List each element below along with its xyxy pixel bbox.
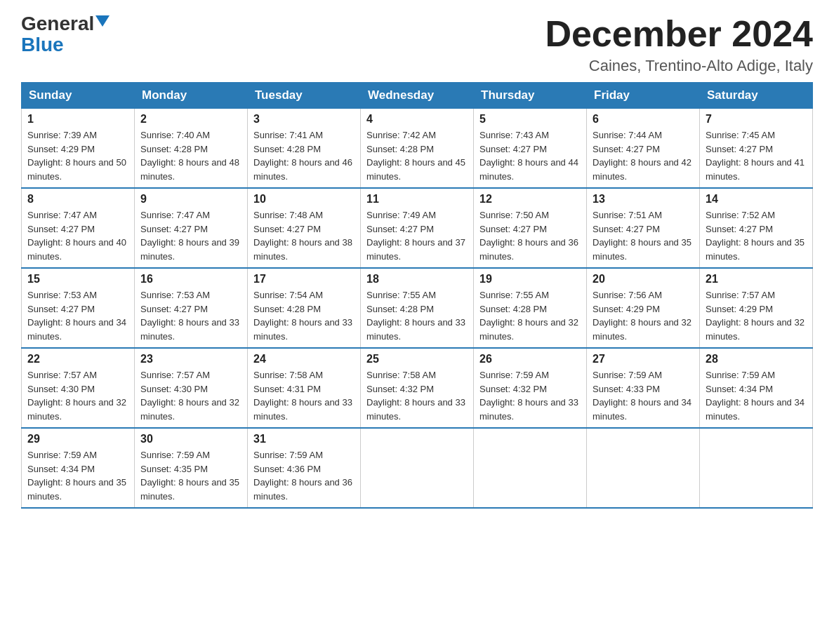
day-info: Sunrise: 7:56 AMSunset: 4:29 PMDaylight:… [593, 288, 694, 343]
day-info: Sunrise: 7:59 AMSunset: 4:34 PMDaylight:… [27, 448, 128, 503]
day-number: 18 [366, 273, 468, 286]
month-title: December 2024 [545, 14, 813, 54]
table-row: 31Sunrise: 7:59 AMSunset: 4:36 PMDayligh… [248, 428, 361, 508]
day-number: 27 [593, 353, 694, 365]
day-number: 19 [479, 273, 581, 286]
day-info: Sunrise: 7:57 AMSunset: 4:30 PMDaylight:… [27, 368, 128, 423]
day-number: 6 [593, 113, 694, 126]
day-number: 26 [479, 353, 581, 365]
logo-blue-text: Blue [21, 34, 64, 55]
table-row: 20Sunrise: 7:56 AMSunset: 4:29 PMDayligh… [587, 268, 700, 348]
day-info: Sunrise: 7:44 AMSunset: 4:27 PMDaylight:… [593, 128, 694, 183]
table-row: 9Sunrise: 7:47 AMSunset: 4:27 PMDaylight… [135, 188, 248, 268]
table-row: 13Sunrise: 7:51 AMSunset: 4:27 PMDayligh… [587, 188, 700, 268]
day-info: Sunrise: 7:43 AMSunset: 4:27 PMDaylight:… [479, 128, 581, 183]
day-number: 7 [706, 113, 807, 126]
day-number: 31 [253, 433, 355, 445]
table-row: 17Sunrise: 7:54 AMSunset: 4:28 PMDayligh… [248, 268, 361, 348]
day-number: 24 [253, 353, 355, 365]
table-row: 3Sunrise: 7:41 AMSunset: 4:28 PMDaylight… [248, 109, 361, 189]
table-row: 30Sunrise: 7:59 AMSunset: 4:35 PMDayligh… [135, 428, 248, 508]
logo-triangle-icon [95, 15, 110, 27]
day-info: Sunrise: 7:57 AMSunset: 4:30 PMDaylight:… [140, 368, 241, 423]
day-info: Sunrise: 7:59 AMSunset: 4:34 PMDaylight:… [706, 368, 807, 423]
day-number: 25 [366, 353, 468, 365]
day-info: Sunrise: 7:42 AMSunset: 4:28 PMDaylight:… [366, 128, 468, 183]
logo-general-text: General [21, 14, 94, 34]
day-info: Sunrise: 7:55 AMSunset: 4:28 PMDaylight:… [479, 288, 581, 343]
day-info: Sunrise: 7:55 AMSunset: 4:28 PMDaylight:… [366, 288, 468, 343]
title-block: December 2024 Caines, Trentino-Alto Adig… [545, 14, 813, 75]
table-row: 21Sunrise: 7:57 AMSunset: 4:29 PMDayligh… [700, 268, 813, 348]
table-row: 7Sunrise: 7:45 AMSunset: 4:27 PMDaylight… [700, 109, 813, 189]
table-row: 29Sunrise: 7:59 AMSunset: 4:34 PMDayligh… [22, 428, 135, 508]
day-info: Sunrise: 7:57 AMSunset: 4:29 PMDaylight:… [706, 288, 807, 343]
day-number: 29 [27, 433, 128, 445]
day-number: 16 [140, 273, 241, 286]
table-row: 1Sunrise: 7:39 AMSunset: 4:29 PMDaylight… [22, 109, 135, 189]
table-row: 22Sunrise: 7:57 AMSunset: 4:30 PMDayligh… [22, 348, 135, 428]
day-info: Sunrise: 7:58 AMSunset: 4:31 PMDaylight:… [253, 368, 355, 423]
calendar-week-row: 29Sunrise: 7:59 AMSunset: 4:34 PMDayligh… [22, 428, 813, 508]
day-number: 2 [140, 113, 241, 126]
day-info: Sunrise: 7:59 AMSunset: 4:35 PMDaylight:… [140, 448, 241, 503]
day-info: Sunrise: 7:59 AMSunset: 4:32 PMDaylight:… [479, 368, 581, 423]
table-row: 14Sunrise: 7:52 AMSunset: 4:27 PMDayligh… [700, 188, 813, 268]
day-info: Sunrise: 7:50 AMSunset: 4:27 PMDaylight:… [479, 208, 581, 263]
day-number: 28 [706, 353, 807, 365]
calendar-week-row: 15Sunrise: 7:53 AMSunset: 4:27 PMDayligh… [22, 268, 813, 348]
col-sunday: Sunday [22, 83, 135, 109]
table-row: 6Sunrise: 7:44 AMSunset: 4:27 PMDaylight… [587, 109, 700, 189]
day-info: Sunrise: 7:48 AMSunset: 4:27 PMDaylight:… [253, 208, 355, 263]
day-number: 15 [27, 273, 128, 286]
page-header: General Blue December 2024 Caines, Trent… [21, 14, 813, 75]
table-row: 10Sunrise: 7:48 AMSunset: 4:27 PMDayligh… [248, 188, 361, 268]
day-number: 13 [593, 193, 694, 206]
col-friday: Friday [587, 83, 700, 109]
table-row: 18Sunrise: 7:55 AMSunset: 4:28 PMDayligh… [361, 268, 474, 348]
table-row [700, 428, 813, 508]
day-number: 12 [479, 193, 581, 206]
col-tuesday: Tuesday [248, 83, 361, 109]
col-wednesday: Wednesday [361, 83, 474, 109]
calendar-week-row: 1Sunrise: 7:39 AMSunset: 4:29 PMDaylight… [22, 109, 813, 189]
table-row: 26Sunrise: 7:59 AMSunset: 4:32 PMDayligh… [474, 348, 587, 428]
logo: General Blue [21, 14, 110, 55]
day-info: Sunrise: 7:59 AMSunset: 4:36 PMDaylight:… [253, 448, 355, 503]
day-number: 22 [27, 353, 128, 365]
table-row: 24Sunrise: 7:58 AMSunset: 4:31 PMDayligh… [248, 348, 361, 428]
day-number: 17 [253, 273, 355, 286]
day-info: Sunrise: 7:58 AMSunset: 4:32 PMDaylight:… [366, 368, 468, 423]
table-row: 5Sunrise: 7:43 AMSunset: 4:27 PMDaylight… [474, 109, 587, 189]
table-row: 27Sunrise: 7:59 AMSunset: 4:33 PMDayligh… [587, 348, 700, 428]
table-row [361, 428, 474, 508]
day-info: Sunrise: 7:40 AMSunset: 4:28 PMDaylight:… [140, 128, 241, 183]
table-row: 16Sunrise: 7:53 AMSunset: 4:27 PMDayligh… [135, 268, 248, 348]
day-number: 14 [706, 193, 807, 206]
table-row [474, 428, 587, 508]
calendar-week-row: 8Sunrise: 7:47 AMSunset: 4:27 PMDaylight… [22, 188, 813, 268]
day-number: 20 [593, 273, 694, 286]
day-number: 4 [366, 113, 468, 126]
calendar-header-row: Sunday Monday Tuesday Wednesday Thursday… [22, 83, 813, 109]
day-number: 8 [27, 193, 128, 206]
day-number: 3 [253, 113, 355, 126]
day-number: 21 [706, 273, 807, 286]
day-info: Sunrise: 7:52 AMSunset: 4:27 PMDaylight:… [706, 208, 807, 263]
table-row: 28Sunrise: 7:59 AMSunset: 4:34 PMDayligh… [700, 348, 813, 428]
day-info: Sunrise: 7:49 AMSunset: 4:27 PMDaylight:… [366, 208, 468, 263]
day-info: Sunrise: 7:51 AMSunset: 4:27 PMDaylight:… [593, 208, 694, 263]
table-row: 25Sunrise: 7:58 AMSunset: 4:32 PMDayligh… [361, 348, 474, 428]
table-row: 19Sunrise: 7:55 AMSunset: 4:28 PMDayligh… [474, 268, 587, 348]
day-number: 9 [140, 193, 241, 206]
table-row: 12Sunrise: 7:50 AMSunset: 4:27 PMDayligh… [474, 188, 587, 268]
location-title: Caines, Trentino-Alto Adige, Italy [545, 57, 813, 75]
day-info: Sunrise: 7:54 AMSunset: 4:28 PMDaylight:… [253, 288, 355, 343]
day-info: Sunrise: 7:47 AMSunset: 4:27 PMDaylight:… [27, 208, 128, 263]
table-row: 8Sunrise: 7:47 AMSunset: 4:27 PMDaylight… [22, 188, 135, 268]
day-info: Sunrise: 7:53 AMSunset: 4:27 PMDaylight:… [27, 288, 128, 343]
col-saturday: Saturday [700, 83, 813, 109]
table-row: 23Sunrise: 7:57 AMSunset: 4:30 PMDayligh… [135, 348, 248, 428]
table-row: 2Sunrise: 7:40 AMSunset: 4:28 PMDaylight… [135, 109, 248, 189]
day-info: Sunrise: 7:53 AMSunset: 4:27 PMDaylight:… [140, 288, 241, 343]
